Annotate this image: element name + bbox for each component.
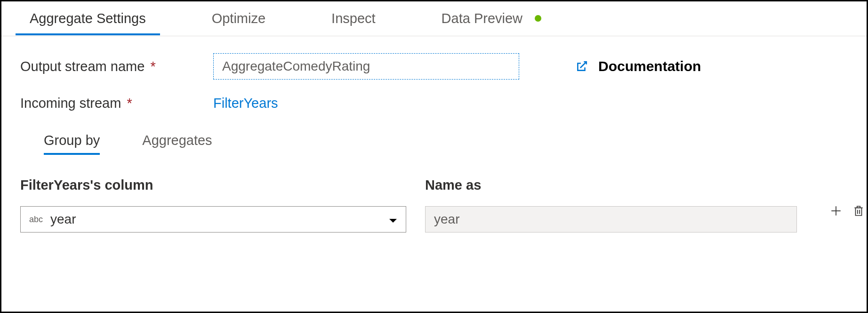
output-stream-input[interactable] (213, 53, 519, 80)
column-dropdown[interactable]: abc year (20, 206, 406, 233)
name-as-block: Name as year (425, 177, 811, 233)
settings-content: Output stream name * Documentation Incom… (1, 36, 867, 249)
add-row-button[interactable] (830, 205, 842, 217)
incoming-stream-row: Incoming stream * FilterYears (20, 96, 848, 111)
status-dot-icon (535, 15, 541, 22)
required-asterisk-icon: * (150, 59, 155, 74)
incoming-stream-label-text: Incoming stream (20, 96, 121, 111)
column-dropdown-value: year (50, 212, 76, 227)
tab-data-preview[interactable]: Data Preview (427, 2, 556, 35)
output-stream-label-text: Output stream name (20, 59, 145, 74)
tab-inspect[interactable]: Inspect (317, 2, 390, 35)
documentation-link-label: Documentation (598, 58, 701, 74)
tab-aggregate-settings[interactable]: Aggregate Settings (16, 2, 160, 35)
external-link-icon (576, 60, 588, 72)
output-stream-label: Output stream name * (20, 59, 213, 74)
type-badge: abc (29, 215, 43, 225)
delete-row-button[interactable] (852, 205, 865, 217)
main-tabs: Aggregate Settings Optimize Inspect Data… (1, 1, 867, 36)
chevron-down-icon (389, 212, 397, 227)
tab-optimize[interactable]: Optimize (198, 2, 280, 35)
incoming-stream-label: Incoming stream * (20, 96, 213, 111)
output-stream-row: Output stream name * Documentation (20, 53, 848, 80)
column-header: FilterYears's column (20, 177, 406, 193)
required-asterisk-icon: * (127, 96, 132, 111)
row-actions (830, 205, 865, 217)
incoming-stream-value[interactable]: FilterYears (213, 96, 278, 111)
column-selector-block: FilterYears's column abc year (20, 177, 406, 233)
name-as-input[interactable]: year (425, 206, 797, 233)
group-by-columns: FilterYears's column abc year Name as ye… (20, 177, 848, 233)
subtab-aggregates[interactable]: Aggregates (142, 127, 212, 154)
tab-data-preview-label: Data Preview (442, 11, 522, 26)
documentation-link[interactable]: Documentation (576, 58, 701, 74)
name-as-header: Name as (425, 177, 811, 193)
sub-tabs: Group by Aggregates (44, 127, 848, 154)
subtab-group-by[interactable]: Group by (44, 127, 100, 154)
